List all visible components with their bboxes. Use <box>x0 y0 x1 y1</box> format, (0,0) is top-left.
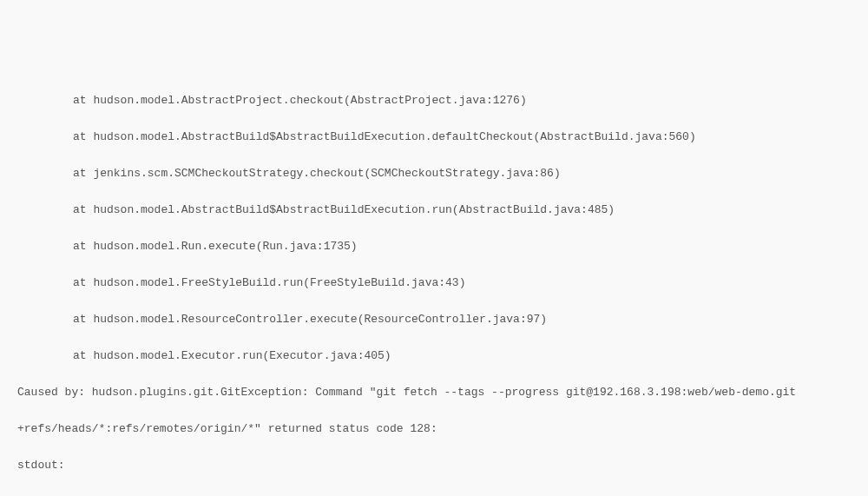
stack-trace-line: at hudson.model.AbstractProject.checkout… <box>17 91 851 109</box>
stack-trace-line: at hudson.model.ResourceController.execu… <box>17 310 851 328</box>
caused-by-line: Caused by: hudson.plugins.git.GitExcepti… <box>17 383 851 401</box>
stack-trace-line: at hudson.model.Run.execute(Run.java:173… <box>17 237 851 255</box>
stdout-label: stdout: <box>17 456 851 474</box>
console-output: at hudson.model.AbstractProject.checkout… <box>0 73 868 496</box>
stack-trace-line: at jenkins.scm.SCMCheckoutStrategy.check… <box>17 164 851 182</box>
stderr-line: stderr: GitLab: Failed to authorize your… <box>17 493 851 496</box>
stack-trace-line: at hudson.model.AbstractBuild$AbstractBu… <box>17 128 851 146</box>
stack-trace-line: at hudson.model.Executor.run(Executor.ja… <box>17 347 851 365</box>
caused-by-line: +refs/heads/*:refs/remotes/origin/*" ret… <box>17 420 851 438</box>
stack-trace-line: at hudson.model.FreeStyleBuild.run(FreeS… <box>17 274 851 292</box>
stack-trace-line: at hudson.model.AbstractBuild$AbstractBu… <box>17 201 851 219</box>
